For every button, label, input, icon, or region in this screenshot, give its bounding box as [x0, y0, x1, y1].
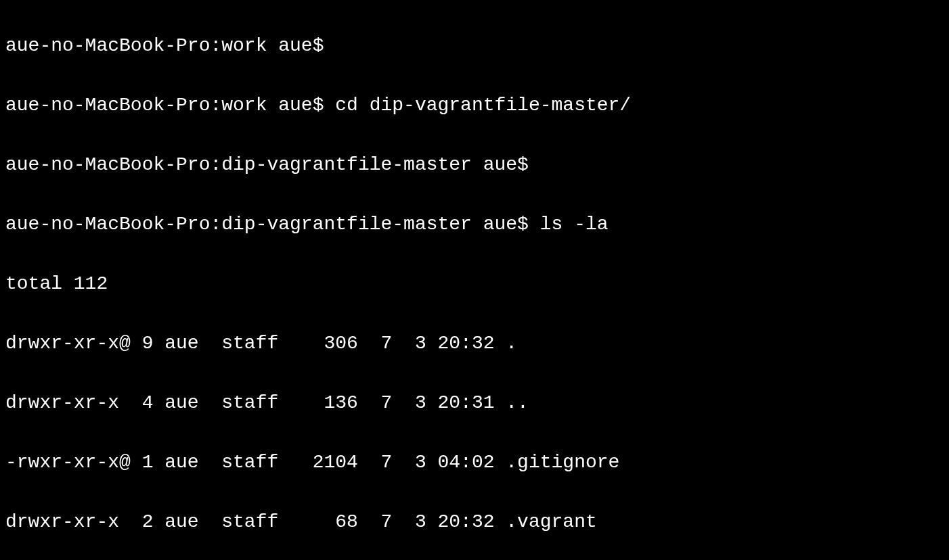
- ls-entry: drwxr-xr-x 4 aue staff 136 7 3 20:31 ..: [5, 388, 944, 418]
- shell-prompt: aue-no-MacBook-Pro:work aue$: [5, 95, 324, 116]
- shell-prompt: aue-no-MacBook-Pro:work aue$: [5, 35, 324, 56]
- terminal[interactable]: aue-no-MacBook-Pro:work aue$ aue-no-MacB…: [0, 0, 949, 560]
- prompt-line-3: aue-no-MacBook-Pro:dip-vagrantfile-maste…: [5, 150, 944, 180]
- typed-command-ls: ls -la: [529, 214, 609, 235]
- ls-total: total 112: [5, 269, 944, 299]
- prompt-line-4: aue-no-MacBook-Pro:dip-vagrantfile-maste…: [5, 210, 944, 239]
- ls-entry: drwxr-xr-x@ 9 aue staff 306 7 3 20:32 .: [5, 329, 944, 358]
- prompt-line-2: aue-no-MacBook-Pro:work aue$ cd dip-vagr…: [5, 91, 944, 120]
- ls-entry: -rwxr-xr-x@ 1 aue staff 2104 7 3 04:02 .…: [5, 448, 944, 477]
- ls-entry: drwxr-xr-x 2 aue staff 68 7 3 20:32 .vag…: [5, 507, 944, 537]
- shell-prompt: aue-no-MacBook-Pro:dip-vagrantfile-maste…: [5, 154, 529, 175]
- typed-command-cd: cd dip-vagrantfile-master/: [324, 95, 631, 116]
- shell-prompt: aue-no-MacBook-Pro:dip-vagrantfile-maste…: [5, 214, 529, 235]
- prompt-line-1: aue-no-MacBook-Pro:work aue$: [5, 31, 944, 61]
